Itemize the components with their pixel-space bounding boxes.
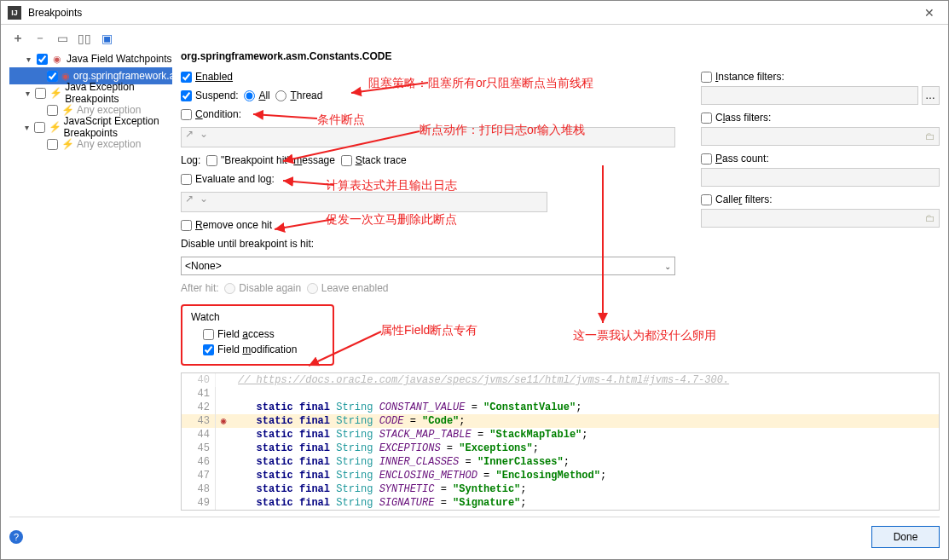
after-hit-disable-label: Disable again xyxy=(239,282,301,294)
tree-group-java-exception[interactable]: ▾ ⚡ Java Exception Breakpoints xyxy=(9,84,172,101)
tree-group-field-watchpoints[interactable]: ▾ ◉ Java Field Watchpoints xyxy=(9,50,172,67)
field-watchpoint-icon: ◉ xyxy=(61,71,70,82)
eval-log-checkbox[interactable] xyxy=(181,174,192,185)
item-checkbox[interactable] xyxy=(47,71,58,82)
exception-icon: ⚡ xyxy=(49,87,61,99)
enabled-checkbox[interactable] xyxy=(181,72,192,83)
log-stack-label: Stack trace xyxy=(356,154,407,166)
add-button[interactable]: ＋ xyxy=(11,32,25,45)
watchpoint-gutter-icon: ◉ xyxy=(216,414,231,428)
condition-input[interactable]: ↗ ⌄ xyxy=(181,127,675,147)
titlebar: IJ Breakpoints ✕ xyxy=(1,1,948,25)
chevron-down-icon: ▾ xyxy=(23,55,33,64)
window-title: Breakpoints xyxy=(28,7,917,19)
tree-label: Java Exception Breakpoints xyxy=(65,81,172,105)
caller-filters-input[interactable]: 🗀 xyxy=(701,209,940,228)
folder-icon[interactable]: 🗀 xyxy=(925,130,935,142)
suspend-all-radio[interactable] xyxy=(244,90,255,101)
instance-filters-checkbox[interactable] xyxy=(701,72,712,83)
after-hit-leave-radio xyxy=(307,283,318,294)
field-access-label: Field access xyxy=(217,328,275,340)
caller-filters-label: Caller filters: xyxy=(715,193,773,205)
help-icon[interactable]: ? xyxy=(9,530,23,544)
folder-icon[interactable]: 🗀 xyxy=(925,212,935,224)
breakpoints-dialog: IJ Breakpoints ✕ ＋ － ▭ ▯▯ ▣ ▾ ◉ Java Fie… xyxy=(0,0,949,560)
code-line: 42 static final String CONSTANT_VALUE = … xyxy=(182,401,939,414)
done-button[interactable]: Done xyxy=(871,526,940,548)
expand-icon[interactable]: ↗ ⌄ xyxy=(185,128,215,140)
watch-box: Watch Field access Field modification xyxy=(181,304,334,366)
tree-label: JavaScript Exception Breakpoints xyxy=(64,115,172,139)
tree-label: Any exception xyxy=(77,138,141,150)
class-filters-checkbox[interactable] xyxy=(701,113,712,124)
remove-button[interactable]: － xyxy=(33,32,47,45)
exception-icon: ⚡ xyxy=(49,121,61,133)
app-icon: IJ xyxy=(8,6,21,20)
tree-label: org.springframework.asm.Constants.CODE xyxy=(73,70,172,82)
footer: ? Done xyxy=(9,517,940,551)
eval-log-input[interactable]: ↗ ⌄ xyxy=(181,192,547,212)
log-hit-checkbox[interactable] xyxy=(206,155,217,166)
suspend-checkbox[interactable] xyxy=(181,90,192,101)
code-line: 47 static final String ENCLOSING_METHOD … xyxy=(182,469,939,482)
instance-filters-input[interactable] xyxy=(701,86,918,105)
field-modification-label: Field modification xyxy=(217,344,297,355)
code-line: 45 static final String EXCEPTIONS = "Exc… xyxy=(182,442,939,455)
expand-icon[interactable]: ↗ ⌄ xyxy=(185,193,215,205)
condition-checkbox[interactable] xyxy=(181,109,192,120)
tree-label: Java Field Watchpoints xyxy=(67,53,172,65)
code-line: 43◉ static final String CODE = "Code"; xyxy=(182,414,939,428)
group-checkbox[interactable] xyxy=(34,122,45,133)
group-by-package-icon[interactable]: ▭ xyxy=(55,32,69,45)
item-checkbox[interactable] xyxy=(47,139,58,150)
pass-count-label: Pass count: xyxy=(715,153,769,165)
disable-until-value: <None> xyxy=(185,260,222,272)
breakpoint-tree[interactable]: ▾ ◉ Java Field Watchpoints ◉ org.springf… xyxy=(9,50,172,511)
after-hit-label: After hit: xyxy=(181,282,219,294)
log-stack-checkbox[interactable] xyxy=(341,155,352,166)
class-filters-label: Class filters: xyxy=(715,112,771,124)
group-checkbox[interactable] xyxy=(35,88,46,99)
field-access-checkbox[interactable] xyxy=(203,329,214,340)
code-line: 41 xyxy=(182,387,939,401)
suspend-all-label: All xyxy=(258,89,269,101)
remove-once-label: Remove once hit xyxy=(195,219,272,231)
group-by-file-icon[interactable]: ▣ xyxy=(100,32,113,45)
caller-filters-checkbox[interactable] xyxy=(701,194,712,205)
field-watchpoint-icon: ◉ xyxy=(51,54,63,65)
condition-label: Condition: xyxy=(195,108,241,120)
instance-filters-browse[interactable]: … xyxy=(922,86,940,105)
eval-log-label: Evaluate and log: xyxy=(195,173,275,185)
close-icon[interactable]: ✕ xyxy=(917,4,941,21)
suspend-label: Suspend: xyxy=(195,89,239,101)
log-label: Log: xyxy=(181,154,200,166)
log-hit-label: "Breakpoint hit" message xyxy=(221,154,335,166)
class-filters-input[interactable]: 🗀 xyxy=(701,127,940,146)
pass-count-checkbox[interactable] xyxy=(701,153,712,165)
code-line: 49 static final String SIGNATURE = "Sign… xyxy=(182,496,939,510)
code-preview[interactable]: 40// https://docs.oracle.com/javase/spec… xyxy=(181,372,940,511)
disable-until-label: Disable until breakpoint is hit: xyxy=(181,238,314,250)
code-line: 48 static final String SYNTHETIC = "Synt… xyxy=(182,482,939,496)
field-modification-checkbox[interactable] xyxy=(203,344,214,355)
item-checkbox[interactable] xyxy=(47,105,58,116)
chevron-down-icon: ▾ xyxy=(23,123,31,132)
code-line: 44 static final String STACK_MAP_TABLE =… xyxy=(182,428,939,442)
group-by-class-icon[interactable]: ▯▯ xyxy=(78,32,91,45)
chevron-down-icon: ⌄ xyxy=(664,262,671,271)
watch-title: Watch xyxy=(191,311,324,323)
remove-once-checkbox[interactable] xyxy=(181,220,192,231)
exception-icon: ⚡ xyxy=(61,104,73,116)
group-checkbox[interactable] xyxy=(37,54,48,65)
disable-until-select[interactable]: <None> ⌄ xyxy=(181,257,675,275)
after-hit-leave-label: Leave enabled xyxy=(321,282,389,294)
after-hit-disable-radio xyxy=(224,283,235,294)
tree-group-js-exception[interactable]: ▾ ⚡ JavaScript Exception Breakpoints xyxy=(9,118,172,136)
instance-filters-label: Instance filters: xyxy=(715,71,784,83)
pass-count-input[interactable] xyxy=(701,168,940,187)
enabled-label: Enabled xyxy=(195,71,233,83)
chevron-down-icon: ▾ xyxy=(23,89,32,98)
code-line: 46 static final String INNER_CLASSES = "… xyxy=(182,455,939,469)
suspend-thread-radio[interactable] xyxy=(275,90,286,101)
tree-label: Any exception xyxy=(77,104,141,116)
